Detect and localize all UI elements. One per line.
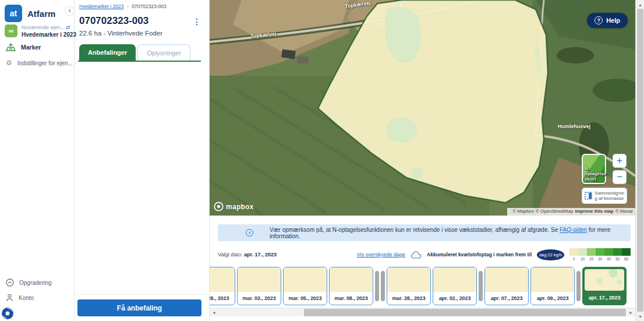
scale-tick-label: 60: [622, 257, 631, 261]
sidebar-item-fields-label: Marker: [21, 44, 41, 51]
zoom-out-button[interactable]: −: [613, 170, 627, 184]
timeline-panel: i Vær opmærksom på, at N-optagelsesfunkt…: [210, 216, 635, 321]
sidebar-collapse-button[interactable]: ‹: [65, 6, 75, 16]
timeline-date-card[interactable]: mar. 05., 2023: [283, 267, 327, 305]
timeline-date-label: apr. 09., 2023: [531, 292, 574, 305]
breadcrumb-separator: ›: [127, 3, 129, 9]
page-scrollbar[interactable]: ▲ ▼: [635, 0, 644, 321]
scroll-right-arrow[interactable]: ►: [627, 308, 635, 317]
question-icon: ?: [595, 16, 603, 24]
farm-avatar: HI: [5, 24, 17, 37]
timeline-gap-bar: [576, 271, 581, 301]
timeline-date-card[interactable]: apr. 07., 2023: [484, 267, 529, 305]
sidebar-item-account-label: Konto: [19, 295, 34, 301]
sidebar-item-fields[interactable]: Marker: [6, 43, 41, 51]
timeline-date-card[interactable]: mar. 08., 2023: [329, 267, 373, 305]
field-thumbnail: [485, 267, 528, 292]
map-attribution: © Mapbox© OpenStreetMapImprove this map©…: [507, 208, 635, 216]
app-logo-row[interactable]: at Atfarm: [5, 5, 55, 22]
tab-details[interactable]: Oplysninger: [137, 44, 190, 61]
cloud-icon: [411, 251, 422, 259]
scroll-left-arrow[interactable]: ◄: [210, 308, 218, 317]
horizontal-scroll-thumb[interactable]: [304, 309, 626, 316]
timeline-controls: Valgt dato: apr. 17., 2023 Vis overskyed…: [218, 248, 631, 262]
sidebar-item-farm-settings[interactable]: ⚙ Indstillinger for ejen...: [6, 59, 73, 67]
field-thumbnail: [531, 267, 574, 292]
timeline-date-card[interactable]: apr. 09., 2023: [530, 267, 575, 305]
attribution-improve-link[interactable]: Improve this map: [575, 209, 613, 214]
scale-tick-label: 50: [613, 257, 622, 261]
accumulated-n-label: Akkumuleret kvælstofoptag i marken frem …: [427, 252, 532, 257]
sidebar-item-account[interactable]: Konto: [6, 294, 34, 302]
field-detail-panel: Hvedemarker i 2023 › 070702323-003 ⋮ 070…: [75, 0, 210, 321]
timeline-gap-bar: [375, 271, 379, 301]
timeline-date-label: apr. 02., 2023: [433, 292, 476, 305]
timeline-date-label: apr. 07., 2023: [485, 292, 528, 305]
timeline-date-label: feb. 28., 2023: [210, 292, 235, 305]
n-uptake-layer-label: N-optagelseskort: [585, 166, 606, 182]
scale-color-cell: [622, 248, 631, 256]
field-thumbnail: [585, 269, 624, 291]
breadcrumb: Hvedemarker i 2023 › 070702323-003: [79, 3, 167, 9]
tab-underline: [78, 61, 201, 62]
timeline-date-card[interactable]: feb. 28., 2023: [210, 267, 235, 305]
map-canvas[interactable]: Topkærvej Topkærvej Humlehusvej ? Help N…: [210, 0, 635, 216]
road-label-humlehusvej: Humlehusvej: [558, 124, 590, 129]
attribution-maxar[interactable]: © Maxar: [615, 209, 633, 214]
upgrade-icon: [6, 278, 14, 287]
mapbox-logo[interactable]: mapbox: [214, 202, 254, 211]
mapbox-icon: [214, 202, 224, 211]
biomass-compare-button[interactable]: Sammenligning af biomasse: [582, 188, 627, 204]
switch-farm-icon[interactable]: ⇄: [66, 24, 70, 30]
timeline-date-card[interactable]: apr. 17., 2023: [582, 267, 627, 305]
show-cloudy-days-link[interactable]: Vis overskyede dage: [357, 252, 405, 257]
n-uptake-layer-thumbnail[interactable]: N-optagelseskort: [582, 154, 606, 184]
field-title: 070702323-003: [79, 15, 148, 27]
n-uptake-color-scale: 0102030405060: [569, 248, 631, 261]
farm-name: Hvedemarker i 2023: [22, 31, 76, 38]
current-farm-label: Nuværende ejen...⇄: [22, 24, 76, 30]
field-thumbnail: [284, 267, 327, 292]
sidebar-item-current-farm[interactable]: HI Nuværende ejen...⇄ Hvedemarker i 2023: [5, 24, 73, 38]
scroll-down-arrow[interactable]: ▼: [636, 312, 644, 320]
scale-color-cell: [587, 248, 596, 256]
timeline-date-card[interactable]: mar. 28., 2023: [387, 267, 431, 305]
sidebar-item-upgrade[interactable]: Opgradering: [6, 278, 52, 287]
field-thumbnail: [238, 267, 281, 292]
gear-icon: ⚙: [6, 59, 12, 67]
app-name: Atfarm: [27, 9, 55, 19]
n-scale-ticks: 0102030405060: [569, 256, 631, 261]
timeline-date-card[interactable]: mar. 03., 2023: [237, 267, 281, 305]
attribution-mapbox[interactable]: © Mapbox: [512, 209, 534, 214]
cookie-consent-icon[interactable]: [1, 307, 14, 321]
get-recommendation-button[interactable]: Få anbefaling: [77, 299, 201, 316]
help-button[interactable]: ? Help: [587, 13, 628, 28]
tab-recommendations[interactable]: Anbefalinger: [79, 44, 136, 61]
panel-footer: Få anbefaling: [75, 294, 209, 321]
field-icon: [6, 43, 16, 51]
timeline: feb. 28., 2023mar. 03., 2023mar. 05., 20…: [210, 267, 635, 305]
timeline-date-label: mar. 08., 2023: [330, 292, 373, 305]
scale-color-cell: [596, 248, 604, 256]
faq-link[interactable]: FAQ-siden: [560, 227, 587, 233]
timeline-gap-bar: [381, 271, 385, 301]
vertical-scroll-thumb[interactable]: [637, 9, 643, 312]
scale-tick-label: 20: [587, 257, 596, 261]
sidebar: at Atfarm HI Nuværende ejen...⇄ Hvedemar…: [0, 0, 75, 321]
timeline-date-card[interactable]: apr. 02., 2023: [433, 267, 477, 305]
biomass-compare-label: Sammenligning af biomasse: [595, 191, 624, 201]
timeline-date-label: mar. 28., 2023: [387, 292, 430, 305]
breadcrumb-parent-link[interactable]: Hvedemarker i 2023: [79, 3, 124, 9]
kebab-menu-icon[interactable]: ⋮: [193, 17, 201, 26]
scroll-up-arrow[interactable]: ▲: [636, 1, 644, 9]
compare-icon: [585, 192, 592, 200]
info-alert-text: Vær opmærksom på, at N-optagelsesfunktio…: [270, 227, 631, 239]
timeline-scrollbar[interactable]: ◄ ►: [210, 308, 635, 316]
info-alert: i Vær opmærksom på, at N-optagelsesfunkt…: [218, 224, 631, 241]
attribution-osm[interactable]: © OpenStreetMap: [536, 209, 574, 214]
selected-date: Valgt dato: apr. 17., 2023: [218, 252, 277, 257]
app-logo-icon: at: [5, 5, 22, 22]
sidebar-item-upgrade-label: Opgradering: [19, 280, 52, 286]
zoom-in-button[interactable]: +: [613, 154, 627, 168]
timeline-date-label: mar. 05., 2023: [284, 292, 327, 305]
